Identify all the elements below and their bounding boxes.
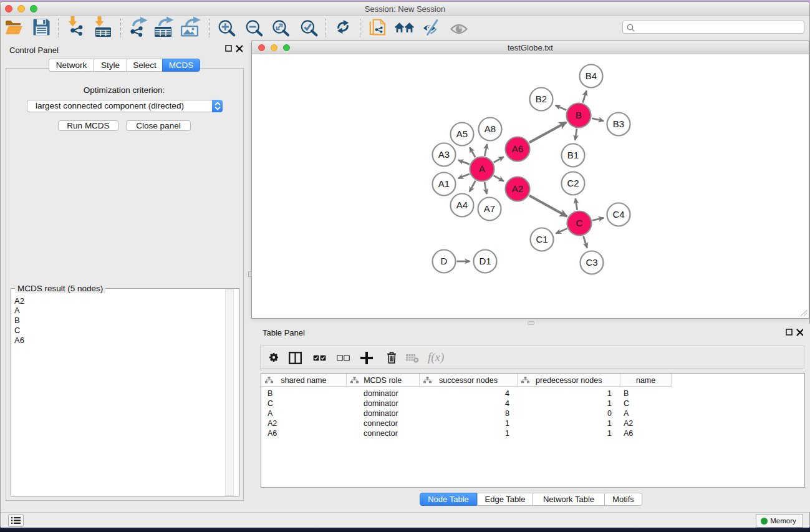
svg-text:A4: A4 (456, 200, 468, 210)
svg-text:B4: B4 (586, 70, 597, 81)
svg-text:D: D (441, 256, 448, 266)
svg-text:B2: B2 (536, 94, 547, 104)
svg-text:C4: C4 (612, 209, 624, 220)
svg-text:A2: A2 (512, 183, 523, 194)
svg-text:C1: C1 (536, 234, 547, 244)
svg-text:B: B (576, 110, 582, 120)
svg-text:A: A (479, 163, 485, 174)
svg-text:A5: A5 (456, 128, 468, 139)
svg-text:f(x): f(x) (428, 351, 444, 364)
svg-text:A3: A3 (438, 149, 450, 160)
svg-text:C3: C3 (586, 257, 597, 268)
svg-text:B3: B3 (613, 118, 624, 129)
svg-text:A7: A7 (484, 203, 495, 214)
svg-text:A6: A6 (512, 143, 523, 154)
svg-text:A8: A8 (485, 123, 496, 134)
svg-text:A1: A1 (438, 178, 450, 189)
svg-text:D1: D1 (479, 256, 491, 266)
svg-text:C: C (576, 218, 583, 228)
svg-text:B1: B1 (567, 150, 579, 160)
svg-text:C2: C2 (567, 178, 579, 188)
